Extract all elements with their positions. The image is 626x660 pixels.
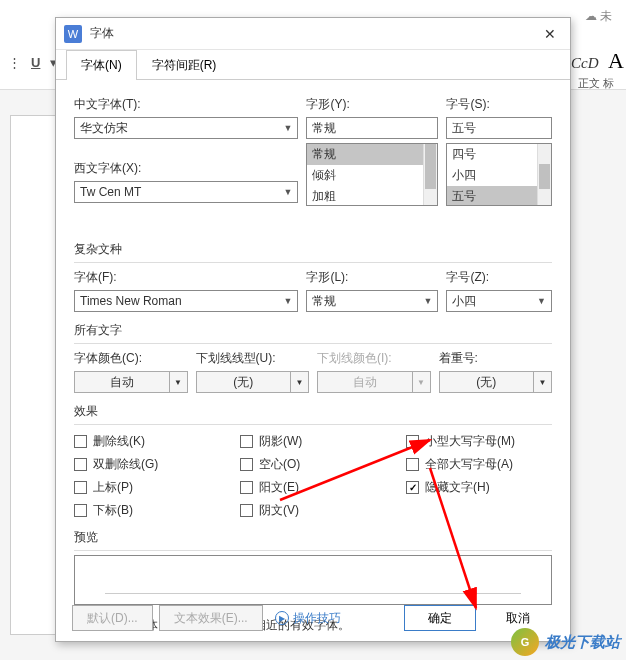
cn-font-select[interactable]: 华文仿宋 ▼ <box>74 117 298 139</box>
checkbox-emboss[interactable]: 阳文(E) <box>240 479 386 496</box>
dialog-titlebar: W 字体 ✕ <box>56 18 570 50</box>
list-item[interactable]: 倾斜 <box>307 165 437 186</box>
dialog-title: 字体 <box>90 25 530 42</box>
chevron-down-icon: ▼ <box>283 123 292 133</box>
checkbox-sup[interactable]: 上标(P) <box>74 479 220 496</box>
chevron-down-icon: ▼ <box>423 296 432 306</box>
underline-color-dropdown: 自动 ▼ <box>317 371 431 393</box>
size-value: 五号 <box>452 120 476 137</box>
checkbox-hidden[interactable]: 隐藏文字(H) <box>406 479 552 496</box>
cshape-select[interactable]: 常规 ▼ <box>306 290 438 312</box>
watermark: G 极光下载站 <box>511 628 620 656</box>
chevron-down-icon: ▼ <box>283 187 292 197</box>
emphasis-dropdown[interactable]: (无) ▼ <box>439 371 553 393</box>
en-font-label: 西文字体(X): <box>74 160 298 177</box>
watermark-logo-icon: G <box>511 628 539 656</box>
underline-type-dropdown[interactable]: (无) ▼ <box>196 371 310 393</box>
effects-section-label: 效果 <box>74 403 552 420</box>
shape-label: 字形(Y): <box>306 96 438 113</box>
checkbox-sub[interactable]: 下标(B) <box>74 502 220 519</box>
size-listbox[interactable]: 四号 小四 五号 <box>446 143 552 206</box>
checkbox-allcaps[interactable]: 全部大写字母(A) <box>406 456 552 473</box>
cloud-sync-icon: ☁ 未 <box>585 8 612 25</box>
font-color-dropdown[interactable]: 自动 ▼ <box>74 371 188 393</box>
ok-button[interactable]: 确定 <box>404 605 476 631</box>
checkbox-smallcaps[interactable]: 小型大写字母(M) <box>406 433 552 450</box>
underline-icon[interactable]: U <box>31 55 40 70</box>
close-button[interactable]: ✕ <box>530 18 570 50</box>
chevron-down-icon: ▼ <box>290 372 308 392</box>
underline-type-label: 下划线线型(U): <box>196 350 310 367</box>
list-item[interactable]: 四号 <box>447 144 551 165</box>
shape-value: 常规 <box>312 120 336 137</box>
toolbar-left: ⋮ U ▾ <box>8 55 57 70</box>
format-icon[interactable]: ⋮ <box>8 55 21 70</box>
tab-bar: 字体(N) 字符间距(R) <box>56 50 570 80</box>
chevron-down-icon: ▼ <box>533 372 551 392</box>
emphasis-label: 着重号: <box>439 350 553 367</box>
separator <box>74 424 552 425</box>
alltext-section-label: 所有文字 <box>74 322 552 339</box>
checkbox-shadow[interactable]: 阴影(W) <box>240 433 386 450</box>
checkbox-strike[interactable]: 删除线(K) <box>74 433 220 450</box>
style-sample-large[interactable]: A <box>608 48 624 74</box>
cshape-label: 字形(L): <box>306 269 438 286</box>
shape-input[interactable]: 常规 <box>306 117 438 139</box>
list-item[interactable]: 加粗 <box>307 186 437 206</box>
tab-font[interactable]: 字体(N) <box>66 50 137 80</box>
size-input[interactable]: 五号 <box>446 117 552 139</box>
tips-link[interactable]: ▶ 操作技巧 <box>275 610 341 627</box>
chevron-down-icon: ▼ <box>283 296 292 306</box>
default-button: 默认(D)... <box>72 605 153 631</box>
color-label: 字体颜色(C): <box>74 350 188 367</box>
preview-section-label: 预览 <box>74 529 552 546</box>
csize-value: 小四 <box>452 293 476 310</box>
cfont-label: 字体(F): <box>74 269 298 286</box>
watermark-text: 极光下载站 <box>545 633 620 652</box>
en-font-value: Tw Cen MT <box>80 185 141 199</box>
list-item[interactable]: 常规 <box>307 144 437 165</box>
checkbox-hollow[interactable]: 空心(O) <box>240 456 386 473</box>
scrollbar[interactable] <box>537 144 551 205</box>
scrollbar[interactable] <box>423 144 437 205</box>
chevron-down-icon: ▼ <box>412 372 430 392</box>
chevron-down-icon: ▼ <box>537 296 546 306</box>
dialog-content: 中文字体(T): 华文仿宋 ▼ 字形(Y): 常规 字号(S): 五号 <box>56 80 570 644</box>
en-font-select[interactable]: Tw Cen MT ▼ <box>74 181 298 203</box>
cshape-value: 常规 <box>312 293 336 310</box>
cn-font-value: 华文仿宋 <box>80 120 128 137</box>
play-icon: ▶ <box>275 611 289 625</box>
csize-label: 字号(Z): <box>446 269 552 286</box>
app-icon: W <box>64 25 82 43</box>
checkbox-dstrike[interactable]: 双删除线(G) <box>74 456 220 473</box>
complex-section-label: 复杂文种 <box>74 241 552 258</box>
underline-color-label: 下划线颜色(I): <box>317 350 431 367</box>
checkbox-engrave[interactable]: 阴文(V) <box>240 502 386 519</box>
text-effect-button: 文本效果(E)... <box>159 605 263 631</box>
cn-font-label: 中文字体(T): <box>74 96 298 113</box>
chevron-down-icon: ▼ <box>169 372 187 392</box>
cfont-value: Times New Roman <box>80 294 182 308</box>
csize-select[interactable]: 小四 ▼ <box>446 290 552 312</box>
size-label: 字号(S): <box>446 96 552 113</box>
list-item[interactable]: 五号 <box>447 186 551 206</box>
dialog-footer: 默认(D)... 文本效果(E)... ▶ 操作技巧 确定 取消 <box>72 605 554 631</box>
shape-listbox[interactable]: 常规 倾斜 加粗 <box>306 143 438 206</box>
separator <box>74 550 552 551</box>
preview-box <box>74 555 552 605</box>
cfont-select[interactable]: Times New Roman ▼ <box>74 290 298 312</box>
tab-char-spacing[interactable]: 字符间距(R) <box>137 50 232 80</box>
list-item[interactable]: 小四 <box>447 165 551 186</box>
font-dialog: W 字体 ✕ 字体(N) 字符间距(R) 中文字体(T): 华文仿宋 ▼ 字形(… <box>55 17 571 642</box>
